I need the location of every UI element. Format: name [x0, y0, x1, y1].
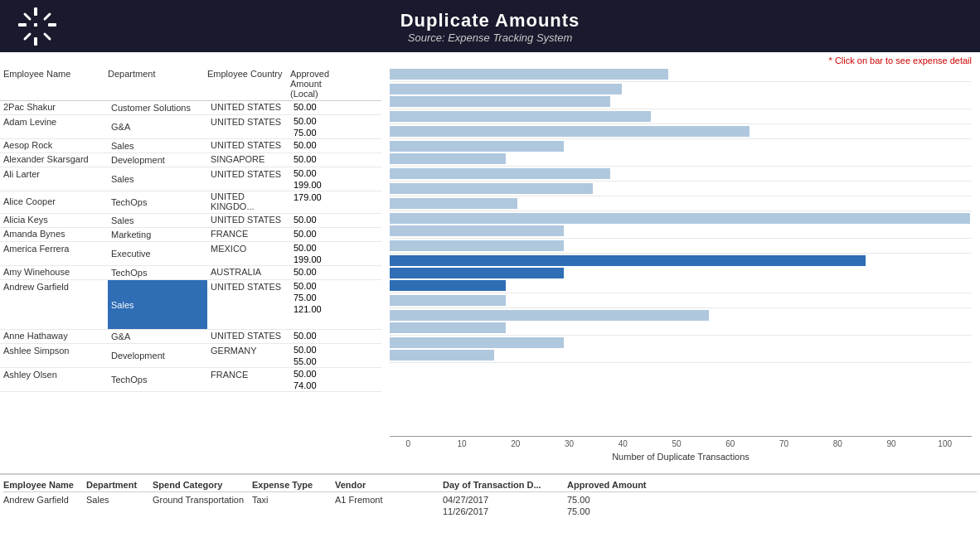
bar[interactable]: [390, 168, 610, 179]
b-amount: 75.00: [567, 506, 650, 516]
table-row[interactable]: Alexander Skarsgard Development SINGAPOR…: [0, 153, 381, 167]
cell-country: UNITED KINGDO...: [207, 191, 290, 213]
bar-group[interactable]: [390, 336, 972, 363]
bottom-col-name: Employee Name: [3, 480, 86, 490]
bottom-col-day: Day of Transaction D...: [443, 480, 567, 490]
b-name: Andrew Garfield: [3, 495, 86, 505]
bottom-table-row: Andrew Garfield Sales Ground Transportat…: [3, 494, 977, 506]
bar-group[interactable]: [390, 239, 972, 254]
table-row[interactable]: Ashlee Simpson Development GERMANY 50.00…: [0, 344, 381, 368]
bar-group[interactable]: [390, 139, 972, 167]
bar-group[interactable]: [390, 211, 972, 239]
page-title: Duplicate Amounts: [0, 10, 980, 31]
bar-group[interactable]: [390, 182, 972, 196]
bar[interactable]: [390, 322, 506, 333]
bar[interactable]: [390, 280, 506, 291]
bar-group[interactable]: [390, 82, 972, 109]
svg-rect-3: [48, 23, 56, 27]
bottom-headers: Employee Name Department Spend Category …: [3, 480, 977, 492]
cell-dept: Sales: [108, 280, 207, 329]
bar[interactable]: [390, 84, 622, 94]
cell-country: FRANCE: [207, 368, 290, 381]
x-tick: 20: [488, 439, 542, 448]
table-headers: Employee Name Department Employee Countr…: [0, 67, 381, 101]
page-subtitle: Source: Expense Tracking System: [0, 31, 980, 44]
bar-group[interactable]: [390, 67, 972, 82]
bar[interactable]: [390, 268, 564, 278]
bar-group[interactable]: [390, 109, 972, 124]
cell-dept: TechOps: [108, 368, 207, 391]
cell-name: Alice Cooper: [0, 196, 108, 208]
bar[interactable]: [390, 96, 610, 107]
bar-group[interactable]: [390, 293, 972, 308]
bar[interactable]: [390, 153, 506, 164]
cell-country: UNITED STATES: [207, 167, 290, 181]
cell-country: UNITED STATES: [207, 280, 290, 293]
bar[interactable]: [390, 141, 564, 152]
bar[interactable]: [390, 225, 564, 236]
x-tick: 60: [703, 439, 757, 448]
bar[interactable]: [390, 255, 866, 266]
bottom-col-spend: Spend Category: [153, 480, 252, 490]
svg-line-5: [25, 14, 30, 19]
svg-rect-0: [34, 7, 37, 16]
table-rows: 2Pac Shakur Customer Solutions UNITED ST…: [0, 101, 381, 392]
bar[interactable]: [390, 126, 750, 137]
b-vendor: A1 Fremont: [335, 495, 443, 505]
table-row[interactable]: Andrew Garfield Sales UNITED STATES 50.0…: [0, 280, 381, 330]
table-row[interactable]: America Ferrera Executive MEXICO 50.0019…: [0, 242, 381, 266]
bar[interactable]: [390, 337, 564, 348]
table-row[interactable]: Aesop Rock Sales UNITED STATES 50.00: [0, 139, 381, 153]
table-row[interactable]: Anne Hathaway G&A UNITED STATES 50.00: [0, 330, 381, 344]
table-row[interactable]: Ali Larter Sales UNITED STATES 50.00199.…: [0, 167, 381, 191]
bar-group[interactable]: [390, 124, 972, 139]
table-row[interactable]: Alicia Keys Sales UNITED STATES 50.00: [0, 214, 381, 228]
cell-dept: Sales: [108, 167, 207, 191]
bar-group[interactable]: [390, 308, 972, 336]
x-axis-label: Number of Duplicate Transactions: [390, 452, 972, 462]
cell-dept: Marketing: [108, 228, 207, 241]
b-spend: Ground Transportation: [153, 495, 252, 505]
table-row[interactable]: Amy Winehouse TechOps AUSTRALIA 50.00: [0, 266, 381, 280]
x-tick: 40: [596, 439, 650, 448]
table-row[interactable]: Adam Levine G&A UNITED STATES 50.0075.00: [0, 115, 381, 139]
cell-name: Alexander Skarsgard: [0, 154, 108, 166]
svg-line-6: [45, 34, 50, 39]
b-spend: [153, 506, 252, 516]
cell-amounts: 50.00: [290, 214, 348, 225]
table-row[interactable]: Ashley Olsen TechOps FRANCE 50.0074.00: [0, 368, 381, 392]
cell-amounts: 50.00: [290, 330, 348, 341]
x-tick: 80: [811, 439, 865, 448]
bars[interactable]: [390, 67, 972, 363]
table-row[interactable]: 2Pac Shakur Customer Solutions UNITED ST…: [0, 101, 381, 115]
cell-dept: Sales: [108, 214, 207, 227]
bar-group[interactable]: [390, 254, 972, 293]
svg-line-8: [25, 34, 30, 39]
bar-group[interactable]: [390, 196, 972, 211]
table-row[interactable]: Alice Cooper TechOps UNITED KINGDO... 17…: [0, 191, 381, 214]
chart-area: [390, 67, 972, 436]
chart-section: 0102030405060708090100 Number of Duplica…: [381, 67, 980, 473]
x-tick: 50: [650, 439, 704, 448]
logo: [17, 6, 58, 47]
bar[interactable]: [390, 183, 593, 194]
bar[interactable]: [390, 213, 970, 224]
bar[interactable]: [390, 198, 517, 209]
bar[interactable]: [390, 111, 651, 122]
col-header-amount: Approved Amount (Local): [290, 69, 348, 99]
bar[interactable]: [390, 350, 494, 361]
col-header-employee: Employee Name: [0, 69, 108, 99]
cell-country: AUSTRALIA: [207, 267, 290, 278]
bar-group[interactable]: [390, 167, 972, 182]
bar[interactable]: [390, 295, 506, 306]
table-row[interactable]: Amanda Bynes Marketing FRANCE 50.00: [0, 228, 381, 242]
cell-amounts: 50.0075.00: [290, 115, 348, 138]
b-name: [3, 506, 86, 516]
col-header-department: Department: [108, 69, 207, 99]
x-axis: 0102030405060708090100 Number of Duplica…: [390, 436, 972, 462]
bar[interactable]: [390, 240, 564, 251]
x-tick: 90: [865, 439, 919, 448]
cell-name: Alicia Keys: [0, 215, 108, 226]
bar[interactable]: [390, 69, 668, 80]
bar[interactable]: [390, 310, 709, 321]
